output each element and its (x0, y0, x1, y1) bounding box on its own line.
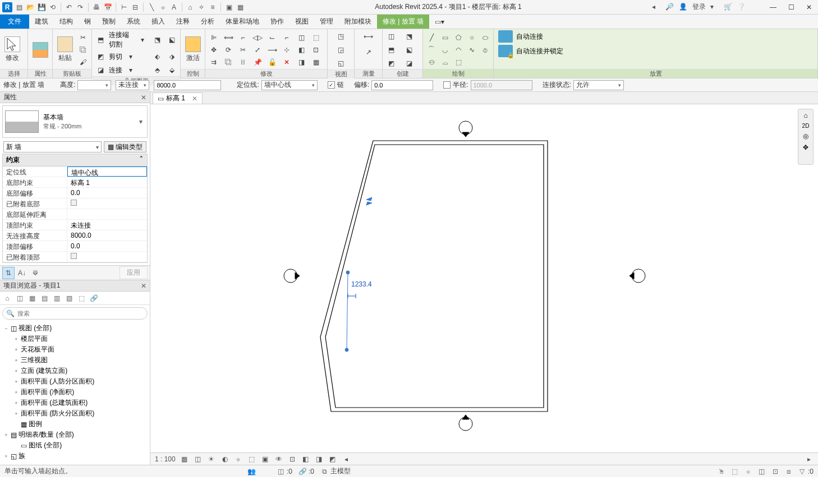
vc10-icon[interactable]: ◨ (315, 455, 324, 464)
search-help-icon[interactable]: 🔎 (665, 3, 674, 12)
draw-arc-icon[interactable]: ⌒ (425, 44, 438, 56)
trim2-icon[interactable]: ⌙ (266, 32, 278, 43)
file-tab[interactable]: 文件 (0, 15, 29, 29)
tab-systems[interactable]: 系统 (121, 15, 146, 29)
browser-search-input[interactable] (2, 307, 148, 320)
instance-filter-dd[interactable]: 新 墙 (3, 141, 102, 152)
sel3-icon[interactable]: ⟐ (744, 467, 753, 476)
qat-cal-icon[interactable]: 📅 (103, 3, 112, 12)
maximize-button[interactable]: ☐ (784, 2, 798, 13)
tree-node-7[interactable]: +面积平面 (防火分区面积) (0, 408, 150, 419)
qat-sync-icon[interactable]: ⟲ (48, 3, 57, 12)
minimize-button[interactable]: — (766, 2, 780, 13)
sel1-icon[interactable]: 🖱 (717, 467, 726, 476)
prop-tb3-icon[interactable]: ⟱ (29, 267, 42, 279)
tab-insert[interactable]: 插入 (146, 15, 171, 29)
detail-icon[interactable]: ▦ (180, 455, 189, 464)
dropdown-icon[interactable]: ▾ (710, 3, 719, 12)
tab-struct[interactable]: 结构 (54, 15, 79, 29)
qat-save-icon[interactable]: 💾 (37, 3, 46, 12)
draw-arc2-icon[interactable]: ◡ (439, 44, 451, 56)
draw-pick-icon[interactable]: ⬚ (452, 57, 465, 68)
prop-row-2[interactable]: 底部偏移0.0 (3, 188, 147, 198)
qat-dim-icon[interactable]: ⊢ (120, 3, 128, 12)
cart-icon[interactable]: 🛒 (724, 3, 733, 12)
close-button[interactable]: ✕ (802, 2, 816, 13)
measure2-icon[interactable]: ↗ (362, 46, 375, 58)
qat-new-icon[interactable]: ▤ (15, 3, 24, 12)
help-icon[interactable]: ❔ (737, 3, 746, 12)
create3-icon[interactable]: ◩ (385, 58, 397, 69)
br-sched-icon[interactable]: ▤ (39, 293, 49, 303)
vc9-icon[interactable]: ◧ (301, 455, 310, 464)
tab-massing[interactable]: 体量和场地 (220, 15, 265, 29)
tab-annotate[interactable]: 注释 (171, 15, 195, 29)
nav-wheel-icon[interactable]: ◎ (803, 132, 808, 140)
prop-tb1-icon[interactable]: ⇅ (2, 267, 15, 279)
tree-node-3[interactable]: +立面 (建筑立面) (0, 366, 150, 376)
crop-icon[interactable]: ⬚ (247, 455, 256, 464)
draw-arc3-icon[interactable]: ◠ (452, 44, 465, 56)
copy-icon[interactable]: ⿻ (77, 44, 89, 56)
draw-poly-icon[interactable]: ⬠ (452, 32, 465, 43)
vc-prev-icon[interactable]: ◂ (342, 455, 351, 464)
m2-icon[interactable]: ◧ (295, 44, 307, 56)
br-views-icon[interactable]: ◫ (15, 293, 25, 303)
filter-icon[interactable]: ▽ (798, 467, 807, 476)
unpin-icon[interactable]: 🔓 (266, 57, 278, 68)
group-collapse-icon[interactable]: ⌃ (139, 155, 144, 165)
modify-tool[interactable]: 修改 (2, 34, 22, 66)
keyin-icon[interactable]: ◂ (652, 3, 661, 12)
prop-row-0[interactable]: 定位线墙中心线 (3, 167, 147, 177)
user-icon[interactable]: 👤 (679, 3, 688, 12)
prop-row-8[interactable]: 已附着顶部 (3, 252, 147, 262)
tree-node-6[interactable]: +面积平面 (总建筑面积) (0, 397, 150, 408)
tree-node-2[interactable]: +三维视图 (0, 355, 150, 366)
draw-spline-icon[interactable]: ∿ (466, 44, 478, 56)
draw-partial-icon[interactable]: ⦶ (479, 44, 491, 56)
measure-icon[interactable]: ⟷ (362, 30, 375, 43)
edit-type-button[interactable]: ▦编辑类型 (104, 141, 146, 152)
geom-e-icon[interactable]: ⬘ (151, 64, 163, 76)
view1-icon[interactable]: ◳ (335, 30, 347, 43)
paste-button[interactable]: 粘贴 (55, 34, 75, 66)
opt-height-dd[interactable] (77, 80, 111, 90)
move-icon[interactable]: ✥ (208, 44, 220, 56)
trim-icon[interactable]: ⌐ (237, 32, 249, 43)
autoconnect-label[interactable]: 自动连接 (516, 32, 543, 41)
property-grid[interactable]: 约束⌃ 定位线墙中心线底部约束标高 1底部偏移0.0已附着底部底部延伸距离顶部约… (2, 154, 148, 263)
st-a-icon[interactable] (261, 467, 270, 476)
prop-row-3[interactable]: 已附着底部 (3, 198, 147, 209)
tab-collab[interactable]: 协作 (265, 15, 289, 29)
create1-icon[interactable]: ◫ (385, 31, 397, 42)
cope-icon[interactable]: ⬒ (94, 34, 107, 46)
draw-fillet-icon[interactable]: ⌓ (439, 57, 451, 68)
join-icon[interactable]: ◪ (94, 64, 107, 76)
br-home-icon[interactable]: ⌂ (2, 293, 12, 303)
render-icon[interactable]: ⟐ (234, 455, 243, 464)
qat-switch-icon[interactable]: ▦ (236, 3, 245, 12)
br-link-icon[interactable]: 🔗 (89, 293, 99, 303)
main-model-label[interactable]: 主模型 (330, 467, 351, 475)
prop-row-6[interactable]: 无连接高度8000.0 (3, 230, 147, 241)
opt-radius-input[interactable] (471, 80, 532, 90)
extend-icon[interactable]: ⟶ (266, 44, 278, 56)
join-label[interactable]: 连接 (109, 66, 122, 75)
activate-button[interactable]: 激活 (183, 34, 203, 66)
tab-modify[interactable]: 修改 | 放置 墙 (377, 15, 429, 29)
tab-view[interactable]: 视图 (289, 15, 314, 29)
browser-tree[interactable]: −◫视图 (全部) +楼层平面+天花板平面+三维视图+立面 (建筑立面)+面积平… (0, 322, 150, 465)
opt-height-input[interactable] (154, 80, 221, 90)
m1-icon[interactable]: ◫ (295, 32, 307, 43)
array-icon[interactable]: ⁞⁞ (237, 57, 249, 68)
cut-icon[interactable]: ✂ (77, 32, 89, 43)
qat-align-icon[interactable]: ⊟ (131, 3, 140, 12)
opt-radius-check[interactable] (443, 81, 451, 89)
workset-icon[interactable]: 👥 (247, 467, 256, 476)
view2-icon[interactable]: ◲ (335, 44, 347, 56)
autoconnect-lock-label[interactable]: 自动连接并锁定 (516, 47, 563, 56)
tree-node-4[interactable]: +面积平面 (人防分区面积) (0, 376, 150, 387)
corner-icon[interactable]: ⌐ (281, 32, 293, 43)
qat-tag-icon[interactable]: ⟐ (158, 3, 167, 12)
align-icon[interactable]: ⊫ (208, 32, 220, 43)
